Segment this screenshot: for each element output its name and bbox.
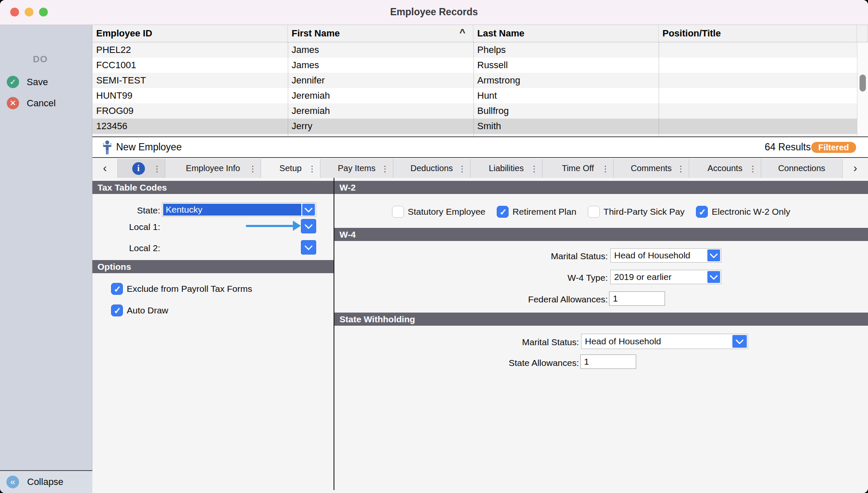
checkbox[interactable] bbox=[111, 305, 123, 316]
state-dropdown-button[interactable] bbox=[302, 204, 315, 216]
cancel-button[interactable]: ✕ Cancel bbox=[0, 96, 92, 111]
checkbox[interactable] bbox=[497, 206, 509, 218]
w4-type-value[interactable]: 2019 or earlier bbox=[612, 271, 707, 283]
tab-setup[interactable]: Setup ⋮ bbox=[261, 159, 320, 178]
checkbox[interactable] bbox=[111, 283, 123, 295]
tab-menu-icon[interactable]: ⋮ bbox=[530, 163, 538, 173]
column-header-employee-id[interactable]: Employee ID bbox=[92, 25, 288, 42]
cell-employee-id: PHEL22 bbox=[92, 42, 288, 58]
state-combobox[interactable]: Kentucky bbox=[162, 202, 316, 217]
w4-type-dropdown-button[interactable] bbox=[707, 271, 720, 283]
chevron-right-icon: › bbox=[854, 162, 857, 175]
w4-marital-status-value[interactable]: Head of Household bbox=[612, 249, 707, 261]
tabs-scroll-right-button[interactable]: › bbox=[843, 159, 868, 178]
checkbox[interactable] bbox=[588, 206, 600, 218]
state-marital-status-combobox[interactable]: Head of Household bbox=[581, 334, 748, 349]
federal-allowances-input[interactable] bbox=[609, 291, 665, 306]
tab-deductions[interactable]: Deductions ⋮ bbox=[393, 159, 470, 178]
tab-pay-items[interactable]: Pay Items ⋮ bbox=[320, 159, 393, 178]
cell-position-title bbox=[659, 58, 857, 73]
table-row[interactable]: FCC1001 James Russell bbox=[92, 58, 857, 73]
tab-label: Pay Items bbox=[338, 163, 376, 173]
column-header-first-name[interactable]: First Name ^ bbox=[288, 25, 473, 42]
local2-label: Local 2: bbox=[92, 243, 160, 253]
tab-liabilities[interactable]: Liabilities ⋮ bbox=[470, 159, 542, 178]
table-row-selected[interactable]: 123456 Jerry Smith bbox=[92, 119, 857, 134]
tab-menu-icon[interactable]: ⋮ bbox=[381, 163, 389, 173]
tab-menu-icon[interactable]: ⋮ bbox=[601, 163, 609, 173]
tab-label: Comments bbox=[631, 163, 672, 173]
cell-employee-id: SEMI-TEST bbox=[92, 73, 288, 88]
checkbox[interactable] bbox=[696, 206, 708, 218]
cell-last-name: Bullfrog bbox=[473, 103, 659, 119]
tab-accounts[interactable]: Accounts ⋮ bbox=[689, 159, 761, 178]
employee-table-body: PHEL22 James Phelps FCC1001 James Russel… bbox=[92, 42, 857, 136]
cell-last-name: Smith bbox=[473, 119, 659, 134]
chevron-left-icon: ‹ bbox=[103, 162, 107, 175]
table-row[interactable]: FROG09 Jeremiah Bullfrog bbox=[92, 103, 857, 119]
w4-marital-status-label: Marital Status: bbox=[481, 251, 608, 261]
federal-allowances-label: Federal Allowances: bbox=[481, 294, 608, 305]
save-button-label: Save bbox=[27, 77, 48, 88]
checkbox-label: Retirement Plan bbox=[512, 207, 576, 217]
filtered-badge[interactable]: Filtered bbox=[811, 142, 856, 153]
local2-dropdown-button[interactable] bbox=[301, 240, 316, 255]
state-marital-status-value[interactable]: Head of Household bbox=[582, 335, 732, 348]
w2-statutory-employee: Statutory Employee bbox=[392, 206, 485, 218]
tab-label: Time Off bbox=[562, 163, 594, 173]
w4-marital-status-dropdown-button[interactable] bbox=[707, 249, 720, 261]
tab-label: Accounts bbox=[707, 163, 742, 173]
table-row[interactable]: PHEL22 James Phelps bbox=[92, 42, 857, 58]
column-header-position-title[interactable]: Position/Title bbox=[659, 25, 857, 42]
table-vertical-scrollbar[interactable] bbox=[857, 42, 868, 136]
tab-comments[interactable]: Comments ⋮ bbox=[614, 159, 689, 178]
panel-divider bbox=[334, 178, 334, 490]
cell-position-title bbox=[659, 42, 857, 58]
column-header-label: Last Name bbox=[477, 28, 524, 39]
w2-electronic-w2-only: Electronic W-2 Only bbox=[696, 206, 790, 218]
cell-employee-id: 123456 bbox=[92, 119, 288, 134]
chevron-down-icon bbox=[709, 271, 718, 280]
tab-menu-icon[interactable]: ⋮ bbox=[458, 163, 466, 173]
tab-time-off[interactable]: Time Off ⋮ bbox=[542, 159, 614, 178]
table-row[interactable]: HUNT99 Jeremiah Hunt bbox=[92, 88, 857, 103]
titlebar: Employee Records bbox=[0, 0, 868, 25]
cell-employee-id: FCC1001 bbox=[92, 58, 288, 73]
cell-employee-id: HUNT99 bbox=[92, 88, 288, 103]
cell-last-name: Phelps bbox=[473, 42, 659, 58]
cell-first-name: Jeremiah bbox=[288, 103, 473, 119]
w4-type-label: W-4 Type: bbox=[481, 273, 608, 283]
tab-menu-icon[interactable]: ⋮ bbox=[749, 163, 757, 173]
local1-dropdown-button[interactable] bbox=[301, 219, 316, 233]
table-row[interactable]: SEMI-TEST Jennifer Armstrong bbox=[92, 73, 857, 88]
tab-menu-icon[interactable]: ⋮ bbox=[308, 163, 316, 173]
window-title: Employee Records bbox=[0, 6, 868, 18]
cell-last-name: Armstrong bbox=[473, 73, 659, 88]
collapse-button[interactable]: « Collapse bbox=[0, 470, 92, 493]
chevron-down-icon bbox=[709, 250, 718, 258]
state-marital-status-label: Marital Status: bbox=[452, 337, 579, 347]
sort-ascending-icon: ^ bbox=[459, 28, 465, 38]
tabs-scroll-left-button[interactable]: ‹ bbox=[92, 159, 118, 178]
tab-connections[interactable]: Connections bbox=[761, 159, 843, 178]
scrollbar-thumb[interactable] bbox=[860, 75, 866, 91]
tab-employee-info[interactable]: Employee Info ⋮ bbox=[165, 159, 261, 178]
option-auto-draw: Auto Draw bbox=[111, 305, 168, 316]
checkbox-label: Third-Party Sick Pay bbox=[604, 207, 684, 217]
state-combobox-value[interactable]: Kentucky bbox=[163, 204, 301, 216]
checkbox[interactable] bbox=[392, 206, 404, 218]
tab-info[interactable]: i ⋮ bbox=[118, 159, 165, 178]
save-button[interactable]: ✓ Save bbox=[0, 75, 92, 89]
state-marital-status-dropdown-button[interactable] bbox=[732, 335, 747, 348]
w4-marital-status-combobox[interactable]: Head of Household bbox=[610, 248, 721, 263]
local1-label: Local 1: bbox=[92, 222, 160, 232]
w4-type-combobox[interactable]: 2019 or earlier bbox=[610, 270, 721, 284]
tab-strip: ‹ i ⋮ Employee Info ⋮ Setup ⋮ Pay Items … bbox=[92, 159, 868, 178]
column-header-last-name[interactable]: Last Name bbox=[473, 25, 659, 42]
tab-menu-icon[interactable]: ⋮ bbox=[153, 163, 161, 173]
state-allowances-input[interactable] bbox=[580, 355, 636, 369]
pointer-arrow-head bbox=[293, 221, 301, 231]
w2-checkbox-row: Statutory Employee Retirement Plan Third… bbox=[392, 206, 790, 218]
tab-menu-icon[interactable]: ⋮ bbox=[677, 163, 685, 173]
tab-menu-icon[interactable]: ⋮ bbox=[249, 163, 257, 173]
